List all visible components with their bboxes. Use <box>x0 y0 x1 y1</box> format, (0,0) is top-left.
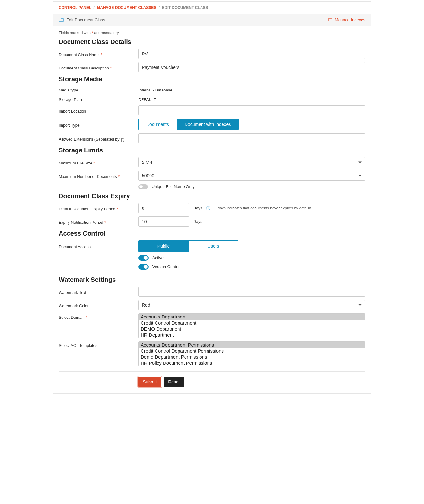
form-actions: Submit Reset <box>59 377 365 387</box>
unique-filename-label: Unique File Name Only <box>152 184 194 189</box>
label-class-name: Document Class Name * <box>59 51 138 57</box>
label-class-desc: Document Class Description * <box>59 64 138 70</box>
days-unit: Days <box>193 206 202 210</box>
list-icon <box>328 18 333 22</box>
class-name-input[interactable] <box>138 49 365 59</box>
label-watermark-text: Watermark Text <box>59 289 138 295</box>
info-icon: i <box>206 206 210 210</box>
doc-access-users[interactable]: Users <box>188 241 238 252</box>
class-desc-input[interactable] <box>138 62 365 72</box>
active-toggle[interactable] <box>138 255 149 261</box>
label-select-acl: Select ACL Templates <box>59 341 138 348</box>
section-details: Document Class Details <box>59 38 365 46</box>
select-domain-list[interactable]: Accounts DepartmentCredit Control Depart… <box>138 313 365 338</box>
breadcrumb-current: EDIT DOCUMENT CLASS <box>162 5 208 10</box>
breadcrumb-sep: / <box>159 5 160 10</box>
list-item[interactable]: Accounts Department Permissions <box>139 342 365 348</box>
page-container: CONTROL PANEL / MANAGE DOCUMENT CLASSES … <box>53 1 371 394</box>
unique-filename-toggle[interactable] <box>138 184 148 189</box>
watermark-text-input[interactable] <box>138 287 365 297</box>
label-watermark-color: Watermark Color <box>59 302 138 308</box>
submit-button[interactable]: Submit <box>138 377 161 387</box>
form-content: Fields marked with * are mandatory Docum… <box>53 26 371 393</box>
list-item[interactable]: Accounts Department <box>139 314 365 320</box>
select-acl-list[interactable]: Accounts Department PermissionsCredit Co… <box>138 341 365 366</box>
label-max-file-size: Maximum File Size * <box>59 159 138 165</box>
section-storage-limits: Storage Limits <box>59 147 365 154</box>
label-doc-access: Document Access <box>59 243 138 249</box>
active-label: Active <box>152 255 164 260</box>
days-unit: Days <box>193 219 202 224</box>
list-item[interactable]: Credit Control Department Permissions <box>139 348 365 354</box>
doc-access-public[interactable]: Public <box>139 241 188 252</box>
section-storage-media: Storage Media <box>59 76 365 83</box>
section-access: Access Control <box>59 230 365 237</box>
title-text: Edit Document Class <box>66 18 105 22</box>
label-storage-path: Storage Path <box>59 96 138 102</box>
expiry-help-text: 0 days indicates that documents never ex… <box>214 206 312 210</box>
label-expiry-notif: Expiry Notification Period * <box>59 218 138 225</box>
max-file-size-select[interactable]: 5 MB <box>138 157 365 167</box>
section-watermark: Watemark Settings <box>59 276 365 283</box>
divider <box>59 371 365 372</box>
watermark-color-select[interactable]: Red <box>138 300 365 310</box>
title-bar: Edit Document Class Manage Indexes <box>53 14 371 26</box>
label-media-type: Media type <box>59 86 138 92</box>
reset-button[interactable]: Reset <box>164 377 184 387</box>
storage-path-value: DEFAULT <box>138 96 365 102</box>
default-expiry-input[interactable] <box>138 203 189 213</box>
expiry-notif-input[interactable] <box>138 216 189 227</box>
list-item[interactable]: Credit Control Department <box>139 320 365 326</box>
import-type-documents[interactable]: Documents <box>139 119 177 130</box>
label-allowed-ext: Allowed Extensions (Separated by '|') <box>59 135 138 142</box>
list-item[interactable]: HR Department <box>139 332 365 338</box>
breadcrumb-link-manage-classes[interactable]: MANAGE DOCUMENT CLASSES <box>97 5 156 10</box>
list-item[interactable]: HR Policy Document Permissions <box>139 360 365 366</box>
allowed-ext-input[interactable] <box>138 133 365 143</box>
version-control-toggle[interactable] <box>138 264 149 270</box>
breadcrumb-sep: / <box>94 5 95 10</box>
list-item[interactable]: DEMO Department <box>139 326 365 332</box>
doc-access-segmented: Public Users <box>138 240 238 252</box>
mandatory-note: Fields marked with * are mandatory <box>59 31 365 35</box>
label-import-location: Import Location <box>59 107 138 113</box>
label-import-type: Import Type <box>59 121 138 128</box>
media-type-value: Internal - Database <box>138 86 365 92</box>
import-location-input[interactable] <box>138 105 365 115</box>
folder-icon <box>59 17 64 23</box>
section-expiry: Document Class Expiry <box>59 193 365 200</box>
import-type-segmented: Documents Document with Indexes <box>138 119 239 130</box>
manage-indexes-link[interactable]: Manage Indexes <box>328 18 365 22</box>
max-docs-select[interactable]: 50000 <box>138 171 365 181</box>
breadcrumb: CONTROL PANEL / MANAGE DOCUMENT CLASSES … <box>53 2 371 14</box>
label-max-docs: Maximum Number of Documents * <box>59 172 138 179</box>
list-item[interactable]: Demo Department Permissions <box>139 354 365 360</box>
version-control-label: Version Control <box>152 264 181 269</box>
manage-indexes-label: Manage Indexes <box>335 18 365 22</box>
breadcrumb-link-control-panel[interactable]: CONTROL PANEL <box>59 5 91 10</box>
label-default-expiry: Default Document Expiry Period * <box>59 205 138 211</box>
label-select-domain: Select Domain * <box>59 313 138 320</box>
svg-rect-0 <box>328 18 333 21</box>
import-type-with-indexes[interactable]: Document with Indexes <box>177 119 239 130</box>
